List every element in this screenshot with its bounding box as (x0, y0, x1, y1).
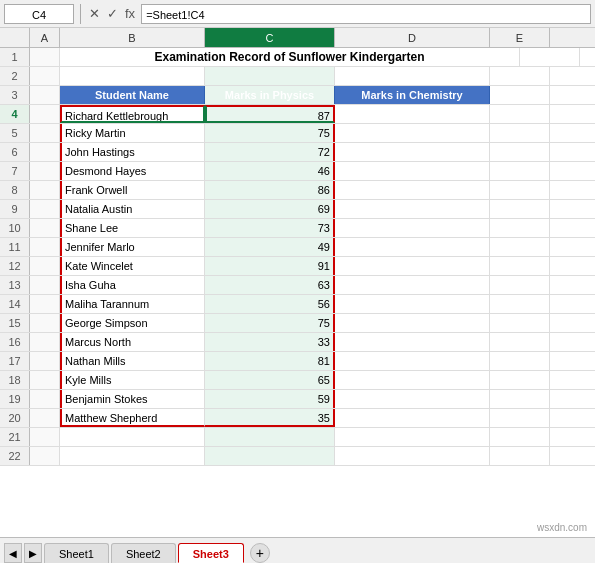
tab-sheet3[interactable]: Sheet3 (178, 543, 244, 563)
cell-a17[interactable] (30, 352, 60, 370)
cell-b8[interactable]: Frank Orwell (60, 181, 205, 199)
tab-add-button[interactable]: + (250, 543, 270, 563)
cell-b3[interactable]: Student Name (60, 86, 205, 104)
cell-a14[interactable] (30, 295, 60, 313)
cell-b20[interactable]: Matthew Shepherd (60, 409, 205, 427)
cell-d10[interactable] (335, 219, 490, 237)
cell-c6[interactable]: 72 (205, 143, 335, 161)
cell-c12[interactable]: 91 (205, 257, 335, 275)
cell-d2[interactable] (335, 67, 490, 85)
cell-e13[interactable] (490, 276, 550, 294)
cell-b17[interactable]: Nathan Mills (60, 352, 205, 370)
cell-d16[interactable] (335, 333, 490, 351)
cell-a11[interactable] (30, 238, 60, 256)
cell-c15[interactable]: 75 (205, 314, 335, 332)
tab-sheet1[interactable]: Sheet1 (44, 543, 109, 563)
cell-a9[interactable] (30, 200, 60, 218)
cell-c4[interactable]: 87 (205, 105, 335, 123)
cell-d12[interactable] (335, 257, 490, 275)
cell-b15[interactable]: George Simpson (60, 314, 205, 332)
cell-b5[interactable]: Ricky Martin (60, 124, 205, 142)
cell-a3[interactable] (30, 86, 60, 104)
cell-a10[interactable] (30, 219, 60, 237)
cell-a20[interactable] (30, 409, 60, 427)
cell-e3[interactable] (490, 86, 550, 104)
cell-e15[interactable] (490, 314, 550, 332)
cell-b9[interactable]: Natalia Austin (60, 200, 205, 218)
cell-b4[interactable]: Richard Kettlebrough (60, 105, 205, 123)
cell-e10[interactable] (490, 219, 550, 237)
cell-d9[interactable] (335, 200, 490, 218)
cell-b12[interactable]: Kate Wincelet (60, 257, 205, 275)
cell-e19[interactable] (490, 390, 550, 408)
cell-a7[interactable] (30, 162, 60, 180)
cell-a18[interactable] (30, 371, 60, 389)
formula-bar[interactable]: =Sheet1!C4 (141, 4, 591, 24)
cell-a5[interactable] (30, 124, 60, 142)
cell-a15[interactable] (30, 314, 60, 332)
col-header-c[interactable]: C (205, 28, 335, 47)
cell-b7[interactable]: Desmond Hayes (60, 162, 205, 180)
cell-c16[interactable]: 33 (205, 333, 335, 351)
cell-b6[interactable]: John Hastings (60, 143, 205, 161)
cell-a4[interactable] (30, 105, 60, 123)
cell-e20[interactable] (490, 409, 550, 427)
col-header-d[interactable]: D (335, 28, 490, 47)
cell-a19[interactable] (30, 390, 60, 408)
cell-c9[interactable]: 69 (205, 200, 335, 218)
cell-d17[interactable] (335, 352, 490, 370)
cell-b22[interactable] (60, 447, 205, 465)
cell-d15[interactable] (335, 314, 490, 332)
cell-d11[interactable] (335, 238, 490, 256)
cell-b21[interactable] (60, 428, 205, 446)
cell-c5[interactable]: 75 (205, 124, 335, 142)
cell-a16[interactable] (30, 333, 60, 351)
cell-d13[interactable] (335, 276, 490, 294)
cell-d4[interactable] (335, 105, 490, 123)
cell-b13[interactable]: Isha Guha (60, 276, 205, 294)
cell-e17[interactable] (490, 352, 550, 370)
cell-e21[interactable] (490, 428, 550, 446)
cell-c10[interactable]: 73 (205, 219, 335, 237)
cell-a2[interactable] (30, 67, 60, 85)
cell-b11[interactable]: Jennifer Marlo (60, 238, 205, 256)
cell-d22[interactable] (335, 447, 490, 465)
col-header-b[interactable]: B (60, 28, 205, 47)
cell-e16[interactable] (490, 333, 550, 351)
cell-a13[interactable] (30, 276, 60, 294)
cell-e9[interactable] (490, 200, 550, 218)
name-box[interactable]: C4 (4, 4, 74, 24)
cell-d18[interactable] (335, 371, 490, 389)
confirm-icon[interactable]: ✓ (105, 6, 120, 21)
cancel-icon[interactable]: ✕ (87, 6, 102, 21)
cell-d8[interactable] (335, 181, 490, 199)
cell-b16[interactable]: Marcus North (60, 333, 205, 351)
cell-d5[interactable] (335, 124, 490, 142)
cell-c20[interactable]: 35 (205, 409, 335, 427)
cell-c11[interactable]: 49 (205, 238, 335, 256)
tab-sheet2[interactable]: Sheet2 (111, 543, 176, 563)
cell-d20[interactable] (335, 409, 490, 427)
tab-scroll-left[interactable]: ◀ (4, 543, 22, 563)
cell-b14[interactable]: Maliha Tarannum (60, 295, 205, 313)
cell-c13[interactable]: 63 (205, 276, 335, 294)
cell-c7[interactable]: 46 (205, 162, 335, 180)
cell-b2[interactable] (60, 67, 205, 85)
cell-e2[interactable] (490, 67, 550, 85)
cell-c8[interactable]: 86 (205, 181, 335, 199)
cell-c17[interactable]: 81 (205, 352, 335, 370)
cell-a12[interactable] (30, 257, 60, 275)
cell-b10[interactable]: Shane Lee (60, 219, 205, 237)
cell-a6[interactable] (30, 143, 60, 161)
cell-c22[interactable] (205, 447, 335, 465)
cell-d3[interactable]: Marks in Chemistry (335, 86, 490, 104)
cell-d21[interactable] (335, 428, 490, 446)
cell-e1[interactable] (520, 48, 580, 66)
cell-c19[interactable]: 59 (205, 390, 335, 408)
cell-e12[interactable] (490, 257, 550, 275)
cell-e8[interactable] (490, 181, 550, 199)
cell-b18[interactable]: Kyle Mills (60, 371, 205, 389)
cell-a8[interactable] (30, 181, 60, 199)
cell-c21[interactable] (205, 428, 335, 446)
cell-c3[interactable]: Marks in Physics (205, 86, 335, 104)
